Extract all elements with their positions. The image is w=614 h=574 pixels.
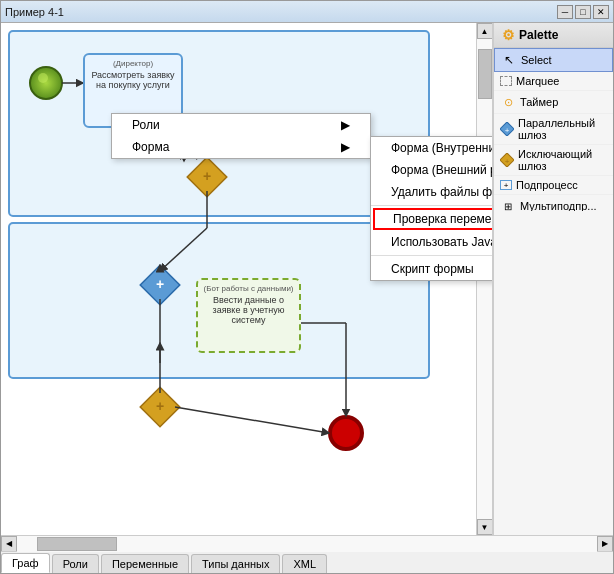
svg-point-2 <box>30 67 62 99</box>
top-task-body: Рассмотреть заявку на покупку услуги <box>89 70 177 90</box>
hscroll-track[interactable] <box>17 536 597 552</box>
bot-task-header: (Бот работы с данными) <box>202 284 295 293</box>
delete-form-label: Удалить файлы формы <box>391 185 493 199</box>
menu-delete-form[interactable]: Удалить файлы формы <box>371 181 493 203</box>
bot-task-body: Ввести данные о заявке в учетную систему <box>202 295 295 325</box>
tab-datatypes[interactable]: Типы данных <box>191 554 280 573</box>
svg-text:+: + <box>203 168 211 184</box>
scroll-right-button[interactable]: ▶ <box>597 536 613 552</box>
svg-text:+: + <box>156 276 164 292</box>
svg-line-21 <box>160 228 207 271</box>
tab-roles[interactable]: Роли <box>52 554 99 573</box>
bottom-tab-bar: Граф Роли Переменные Типы данных XML <box>1 551 613 573</box>
maximize-button[interactable]: □ <box>575 5 591 19</box>
palette-title-label: Palette <box>519 28 558 42</box>
menu-form-internal[interactable]: Форма (Внутренний редактор) <box>371 137 493 159</box>
check-vars-label: Проверка переменных формы <box>393 212 493 226</box>
main-content: + Одобрить + + <box>1 23 613 535</box>
form-label: Форма <box>132 140 169 154</box>
title-bar: Пример 4-1 ─ □ ✕ <box>1 1 613 23</box>
palette-subprocess-label: Подпроцесс <box>516 179 578 191</box>
palette-parallel-label: Параллельный шлюз <box>518 117 607 141</box>
hscroll-thumb[interactable] <box>37 537 117 551</box>
main-window: Пример 4-1 ─ □ ✕ <box>0 0 614 574</box>
menu-check-vars[interactable]: Проверка переменных формы <box>373 208 493 230</box>
form-external-label: Форма (Внешний редактор) <box>391 163 493 177</box>
timer-icon: ⊙ <box>500 94 516 110</box>
palette-multisubprocess-label: Мультиподпр... <box>520 200 597 211</box>
form-arrow-icon: ▶ <box>341 140 350 154</box>
menu-use-js[interactable]: Использовать JavaScript для проверки фор… <box>371 231 493 253</box>
palette-item-subprocess[interactable]: + Подпроцесс <box>494 176 613 195</box>
close-button[interactable]: ✕ <box>593 5 609 19</box>
marquee-icon <box>500 76 512 86</box>
palette-panel: ⚙ Palette ↖ Select Marquee ⊙ Таймер + <box>493 23 613 535</box>
svg-rect-5 <box>187 157 227 197</box>
use-js-label: Использовать JavaScript для проверки фор… <box>391 235 493 249</box>
menu-form-external[interactable]: Форма (Внешний редактор) <box>371 159 493 181</box>
menu-item-roles[interactable]: Роли ▶ <box>112 114 370 136</box>
svg-text:+: + <box>156 398 164 414</box>
tab-graph[interactable]: Граф <box>1 553 50 573</box>
scroll-down-button[interactable]: ▼ <box>477 519 493 535</box>
menu-script-form[interactable]: Скрипт формы <box>371 258 493 280</box>
palette-item-select[interactable]: ↖ Select <box>494 48 613 72</box>
roles-arrow-icon: ▶ <box>341 118 350 132</box>
svg-rect-9 <box>140 265 180 305</box>
form-internal-label: Форма (Внутренний редактор) <box>391 141 493 155</box>
palette-exclusive-label: Исключающий шлюз <box>518 148 607 172</box>
script-form-label: Скрипт формы <box>391 262 474 276</box>
top-task-header: (Директор) <box>89 59 177 68</box>
title-bar-buttons: ─ □ ✕ <box>557 5 609 19</box>
minimize-button[interactable]: ─ <box>557 5 573 19</box>
palette-item-exclusive[interactable]: + Исключающий шлюз <box>494 145 613 176</box>
tab-xml[interactable]: XML <box>282 554 327 573</box>
scroll-up-button[interactable]: ▲ <box>477 23 493 39</box>
exclusive-gateway-icon: + <box>500 152 514 168</box>
svg-text:+: + <box>505 157 510 166</box>
scroll-left-button[interactable]: ◀ <box>1 536 17 552</box>
cursor-icon: ↖ <box>501 52 517 68</box>
palette-select-label: Select <box>521 54 552 66</box>
tab-variables[interactable]: Переменные <box>101 554 189 573</box>
svg-text:+: + <box>505 126 510 135</box>
menu-divider-1 <box>371 205 493 206</box>
roles-label: Роли <box>132 118 160 132</box>
svg-point-3 <box>38 73 48 83</box>
scroll-thumb[interactable] <box>478 49 492 99</box>
subprocess-icon: + <box>500 180 512 190</box>
palette-item-marquee[interactable]: Marquee <box>494 72 613 91</box>
palette-timer-label: Таймер <box>520 96 558 108</box>
diagram-canvas[interactable]: + Одобрить + + <box>1 23 493 535</box>
svg-line-15 <box>175 407 329 433</box>
window-title: Пример 4-1 <box>5 6 557 18</box>
bot-task-node[interactable]: (Бот работы с данными) Ввести данные о з… <box>196 278 301 353</box>
menu-item-form[interactable]: Форма ▶ <box>112 136 370 158</box>
svg-point-13 <box>330 417 362 449</box>
palette-item-multisubprocess[interactable]: ⊞ Мультиподпр... <box>494 195 613 211</box>
palette-item-parallel[interactable]: + Параллельный шлюз <box>494 114 613 145</box>
palette-gear-icon: ⚙ <box>502 27 515 43</box>
horizontal-scrollbar[interactable]: ◀ ▶ <box>1 535 613 551</box>
context-menu[interactable]: Роли ▶ Форма ▶ Форма (Внутренний редакто… <box>111 113 371 159</box>
palette-scroll-area: ⊙ Таймер + Параллельный шлюз + Исключающ… <box>494 91 613 211</box>
palette-title: ⚙ Palette <box>494 23 613 48</box>
menu-divider-2 <box>371 255 493 256</box>
palette-item-timer[interactable]: ⊙ Таймер <box>494 91 613 114</box>
parallel-gateway-icon: + <box>500 121 514 137</box>
svg-rect-11 <box>140 387 180 427</box>
form-submenu: Форма (Внутренний редактор) Форма (Внешн… <box>370 136 493 281</box>
multisubprocess-icon: ⊞ <box>500 198 516 211</box>
palette-marquee-label: Marquee <box>516 75 559 87</box>
